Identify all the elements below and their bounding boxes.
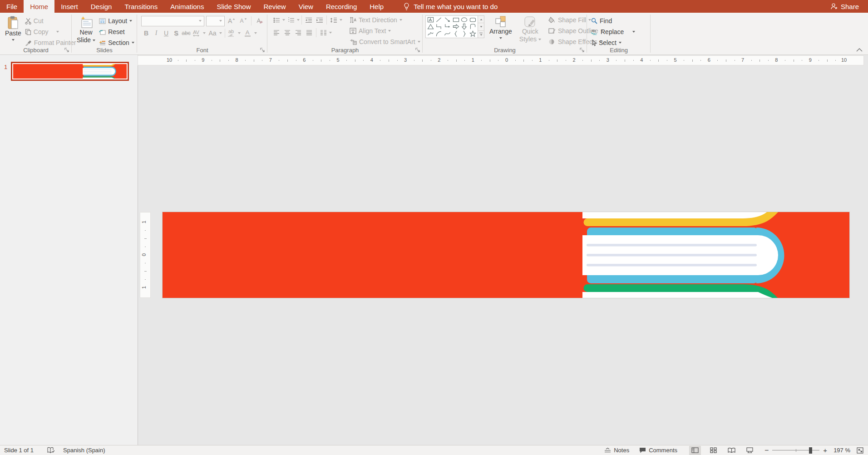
language-indicator[interactable]: Spanish (Spain) xyxy=(63,447,105,454)
character-spacing-button[interactable]: AV xyxy=(191,28,201,38)
books-illustration[interactable] xyxy=(163,212,849,298)
font-color-caret[interactable] xyxy=(254,32,257,34)
zoom-slider-thumb[interactable] xyxy=(809,447,812,454)
gallery-more-button[interactable] xyxy=(478,30,484,38)
tab-recording[interactable]: Recording xyxy=(320,0,363,13)
text-shadow-button[interactable]: S xyxy=(171,28,181,38)
replace-button[interactable]: abac Replace xyxy=(590,26,649,37)
numbering-button[interactable] xyxy=(286,15,296,25)
collapse-ribbon-button[interactable] xyxy=(856,48,863,52)
copy-button[interactable]: Copy xyxy=(24,26,78,37)
bold-button[interactable]: B xyxy=(141,28,151,38)
underline-button[interactable]: U xyxy=(161,28,171,38)
align-text-button[interactable]: Align Text xyxy=(348,25,422,36)
italic-button[interactable]: I xyxy=(151,28,161,38)
text-direction-button[interactable]: Text Direction xyxy=(348,15,422,25)
paste-button[interactable]: Paste xyxy=(3,15,24,47)
gallery-scroll-down-button[interactable] xyxy=(478,23,484,30)
arrange-button[interactable]: Arrange xyxy=(487,15,514,47)
slide-sorter-view-button[interactable] xyxy=(707,446,719,455)
arrow-right-icon[interactable] xyxy=(452,23,460,30)
change-case-button[interactable]: Aa xyxy=(207,28,217,38)
slide-thumbnail-1[interactable] xyxy=(11,62,129,81)
decrease-indent-button[interactable] xyxy=(304,15,314,25)
triangle-icon[interactable] xyxy=(426,23,435,30)
slide-canvas[interactable] xyxy=(163,212,849,298)
change-case-caret[interactable] xyxy=(219,32,222,34)
comments-button[interactable]: Comments xyxy=(637,445,679,455)
elbow-arrow-icon[interactable] xyxy=(443,23,452,30)
textbox-icon[interactable] xyxy=(426,16,435,23)
clear-formatting-button[interactable] xyxy=(254,16,264,26)
line-arrow-icon[interactable] xyxy=(443,16,452,23)
tell-me-box[interactable]: Tell me what you want to do xyxy=(404,0,498,13)
clipboard-dialog-launcher[interactable] xyxy=(64,47,70,53)
freeform-icon[interactable] xyxy=(469,23,477,30)
new-slide-button[interactable]: New Slide xyxy=(74,15,98,47)
reading-view-button[interactable] xyxy=(725,446,737,455)
notes-button[interactable]: Notes xyxy=(602,445,631,455)
tab-insert[interactable]: Insert xyxy=(54,0,84,13)
brace-right-icon[interactable] xyxy=(460,30,469,37)
zoom-percentage[interactable]: 197 % xyxy=(833,447,850,454)
brace-left-icon[interactable] xyxy=(452,30,460,37)
tab-design[interactable]: Design xyxy=(84,0,118,13)
spell-check-icon[interactable] xyxy=(47,447,55,454)
font-color-button[interactable]: A xyxy=(242,28,252,38)
tab-home[interactable]: Home xyxy=(24,0,54,13)
columns-caret[interactable] xyxy=(329,32,332,34)
zoom-in-button[interactable]: + xyxy=(823,446,827,454)
drawing-dialog-launcher[interactable] xyxy=(579,47,585,53)
quick-styles-button[interactable]: Quick Styles xyxy=(517,15,543,47)
strikethrough-button[interactable]: abc xyxy=(181,28,191,38)
convert-to-smartart-button[interactable]: Convert to SmartArt xyxy=(348,36,422,47)
cut-button[interactable]: Cut xyxy=(24,15,78,26)
oval-icon[interactable] xyxy=(460,16,469,23)
highlight-color-button[interactable]: ab xyxy=(226,28,236,38)
zoom-out-button[interactable]: − xyxy=(764,446,769,455)
rounded-rectangle-icon[interactable] xyxy=(469,16,477,23)
tab-animations[interactable]: Animations xyxy=(164,0,210,13)
tab-slide-show[interactable]: Slide Show xyxy=(210,0,257,13)
decrease-font-size-button[interactable]: A xyxy=(238,16,248,26)
line-spacing-button[interactable] xyxy=(329,15,339,25)
font-dialog-launcher[interactable] xyxy=(260,47,266,53)
character-spacing-caret[interactable] xyxy=(203,32,206,34)
align-left-button[interactable] xyxy=(271,28,281,38)
arrow-down-icon[interactable] xyxy=(460,23,469,30)
tab-view[interactable]: View xyxy=(292,0,320,13)
bullets-button[interactable] xyxy=(271,15,281,25)
normal-view-button[interactable] xyxy=(689,446,701,455)
font-size-combo[interactable] xyxy=(206,16,225,26)
font-name-combo[interactable] xyxy=(141,16,204,26)
layout-button[interactable]: Layout xyxy=(98,15,136,26)
rectangle-icon[interactable] xyxy=(452,16,460,23)
arc-icon[interactable] xyxy=(435,30,444,37)
zoom-slider[interactable] xyxy=(772,446,819,455)
elbow-connector-icon[interactable] xyxy=(435,23,444,30)
share-button[interactable]: Share xyxy=(830,0,868,13)
find-button[interactable]: Find xyxy=(590,15,649,26)
tab-transitions[interactable]: Transitions xyxy=(118,0,164,13)
align-center-button[interactable] xyxy=(282,28,292,38)
tab-help[interactable]: Help xyxy=(363,0,390,13)
slide-show-button[interactable] xyxy=(744,446,755,455)
line-icon[interactable] xyxy=(435,16,444,23)
increase-indent-button[interactable] xyxy=(315,15,325,25)
star-icon[interactable] xyxy=(469,30,477,37)
line-spacing-caret[interactable] xyxy=(340,19,342,21)
increase-font-size-button[interactable]: A xyxy=(227,16,237,26)
columns-button[interactable] xyxy=(318,28,328,38)
bullets-caret[interactable] xyxy=(282,19,285,21)
highlight-color-caret[interactable] xyxy=(238,32,241,34)
paragraph-dialog-launcher[interactable] xyxy=(415,47,421,53)
reset-button[interactable]: Reset xyxy=(98,26,136,37)
scribble-icon[interactable] xyxy=(426,30,435,37)
justify-button[interactable] xyxy=(304,28,314,38)
curve-icon[interactable] xyxy=(443,30,452,37)
fit-slide-to-window-button[interactable] xyxy=(857,447,863,454)
align-right-button[interactable] xyxy=(293,28,303,38)
tab-review[interactable]: Review xyxy=(257,0,292,13)
gallery-scroll-up-button[interactable] xyxy=(478,16,484,23)
numbering-caret[interactable] xyxy=(297,19,300,21)
